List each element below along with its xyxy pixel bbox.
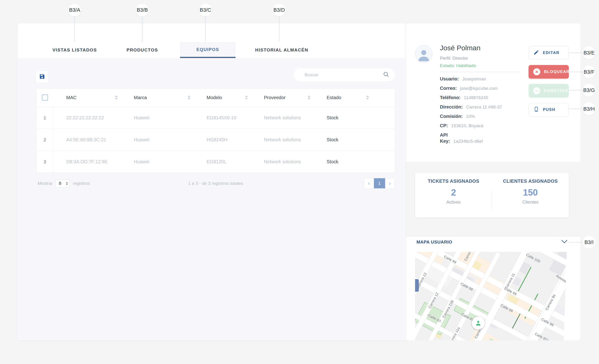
- row-number-cell: 1: [36, 107, 53, 129]
- push-label: PUSH: [543, 107, 555, 112]
- tickets-stat: TICKETS ASIGNADOS 2 Activos: [415, 173, 492, 217]
- modelo-cell: EG8145X6-10: [194, 107, 251, 129]
- detail-value: 1a234bc5-d6ef: [453, 139, 483, 144]
- page-size-value: 8: [59, 181, 61, 186]
- marca-cell: Huawei: [121, 129, 194, 151]
- sort-arrows-icon[interactable]: [366, 95, 369, 100]
- annotation-label: B3/D: [273, 4, 286, 16]
- search-input[interactable]: [304, 72, 383, 78]
- detail-label: CP:: [440, 122, 448, 129]
- tab[interactable]: HISTORIAL ALMACÉN: [239, 42, 325, 58]
- annotation-badge-top: B3/B: [136, 4, 149, 42]
- column-header-label: Marca: [134, 95, 147, 100]
- tab-label: HISTORIAL ALMACÉN: [255, 47, 308, 53]
- column-header[interactable]: Estado: [314, 88, 395, 107]
- column-header[interactable]: Modelo: [194, 88, 251, 107]
- bloquear-button[interactable]: BLOQUEAR: [529, 65, 569, 78]
- equipos-table: MAC Marca Modelo Proveedor Estad: [36, 88, 395, 173]
- tab[interactable]: EQUIPOS: [180, 42, 235, 58]
- annotation-badge-top: B3/D: [273, 4, 286, 42]
- annotation-label: B3/C: [199, 4, 212, 16]
- detail-value: Carrera 11 #98-37: [466, 104, 502, 110]
- column-header-label: MAC: [66, 95, 77, 100]
- detail-row: Comisión:10%: [440, 113, 524, 120]
- mac-cell: 22:22:22:22:22:22: [53, 107, 121, 129]
- column-header[interactable]: MAC: [53, 88, 121, 107]
- save-button[interactable]: [35, 71, 48, 83]
- pencil-icon: [533, 50, 539, 56]
- habilitar-label: HABILITAR: [544, 88, 568, 93]
- prev-page-button[interactable]: ‹: [364, 178, 374, 188]
- select-all-checkbox[interactable]: [42, 95, 48, 101]
- equipos-content: MAC Marca Modelo Proveedor Estad: [18, 58, 406, 340]
- annotation-connector-line: [569, 90, 583, 90]
- sort-arrows-icon[interactable]: [245, 95, 248, 100]
- tab-label: VISTAS LISTADOS: [53, 47, 97, 53]
- proveedor-cell: Network solutions: [251, 107, 314, 129]
- map-control[interactable]: [415, 279, 419, 292]
- detail-value: 153610, Boyacá: [451, 123, 483, 128]
- clientes-caption: Clientes: [522, 199, 538, 205]
- sort-arrows-icon[interactable]: [308, 95, 310, 100]
- annotation-connector-line: [569, 52, 583, 53]
- annotation-label: B3/A: [68, 4, 81, 16]
- annotation-label: B3/G: [583, 84, 596, 97]
- tab[interactable]: PRODUCTOS: [110, 42, 175, 58]
- stepper-icon[interactable]: [66, 182, 68, 185]
- user-location-marker[interactable]: [472, 317, 485, 329]
- annotation-badge-top: B3/C: [199, 4, 212, 42]
- stats-divider: [492, 191, 492, 209]
- clientes-title: CLIENTES ASIGNADOS: [503, 179, 558, 184]
- annotation-label: B3/I: [583, 236, 596, 249]
- next-page-button[interactable]: ›: [385, 178, 395, 188]
- row-number-cell: 3: [36, 151, 53, 173]
- annotation-connector-line: [569, 242, 583, 242]
- detail-row: CP:153610, Boyacá: [440, 122, 524, 129]
- sort-arrows-icon[interactable]: [188, 95, 190, 100]
- annotation-connector-line: [569, 72, 583, 72]
- detail-value: 1148876245: [464, 95, 488, 100]
- editar-button[interactable]: EDITAR: [529, 46, 569, 60]
- push-button[interactable]: PUSH: [529, 103, 569, 116]
- user-map[interactable]: Calle 99CarreraCalle 100Carrera 11Avenid…: [415, 252, 571, 340]
- proveedor-cell: Network solutions: [251, 151, 314, 173]
- check-circle-icon: [533, 87, 540, 94]
- table-row[interactable]: 3 D8:3A:DD:7F:12:9E Huawei EG8120L Netwo…: [36, 151, 395, 173]
- page-size-select[interactable]: 8: [55, 180, 70, 187]
- annotation-connector-line: [569, 109, 583, 109]
- detail-label: Comisión:: [440, 113, 463, 119]
- annotation-badge-right: B3/I: [569, 236, 596, 249]
- annotation-badge-right: B3/E: [569, 46, 596, 59]
- habilitar-button[interactable]: HABILITAR: [529, 84, 569, 97]
- estado-cell: Stock: [314, 151, 395, 173]
- action-buttons: EDITAR BLOQUEAR HABILITAR: [529, 46, 569, 122]
- phone-icon: [533, 106, 539, 113]
- annotation-badge-top: B3/A: [68, 4, 81, 42]
- annotation-connector-line: [279, 16, 279, 42]
- profile-panel: José Polman Perfil: Director Estado: Hab…: [406, 23, 580, 340]
- annotation-label: B3/E: [583, 46, 596, 59]
- table-header-row: MAC Marca Modelo Proveedor Estad: [36, 88, 395, 107]
- table-row[interactable]: 2 A4:5E:60:9B:3C:21 Huawei HG8245H Netwo…: [36, 129, 395, 151]
- column-header[interactable]: Marca: [121, 88, 194, 107]
- column-header[interactable]: Proveedor: [251, 88, 314, 107]
- table-row[interactable]: 1 22:22:22:22:22:22 Huawei EG8145X6-10 N…: [36, 107, 395, 129]
- pagination-row: 1 a 3 - de 3 registros totales Mostrar 8…: [36, 178, 395, 189]
- modelo-cell: EG8120L: [194, 151, 251, 173]
- search-icon[interactable]: [383, 71, 389, 78]
- chevron-down-icon[interactable]: [561, 240, 568, 244]
- column-header-label: Modelo: [207, 95, 222, 100]
- marca-cell: Huawei: [121, 151, 194, 173]
- map-street-label: Calle 100: [526, 253, 541, 263]
- sort-arrows-icon[interactable]: [115, 95, 118, 100]
- tab-label: EQUIPOS: [196, 47, 219, 52]
- annotation-badge-right: B3/F: [569, 66, 596, 78]
- search-box: [294, 68, 395, 81]
- mac-cell: A4:5E:60:9B:3C:21: [53, 129, 121, 151]
- tab[interactable]: VISTAS LISTADOS: [36, 42, 113, 58]
- annotation-badge-right: B3/H: [569, 103, 596, 115]
- modelo-cell: HG8245H: [194, 129, 251, 151]
- stats-card: TICKETS ASIGNADOS 2 Activos CLIENTES ASI…: [415, 173, 569, 217]
- profile-role: Perfil: Director: [440, 56, 468, 61]
- current-page-button[interactable]: 1: [374, 178, 385, 188]
